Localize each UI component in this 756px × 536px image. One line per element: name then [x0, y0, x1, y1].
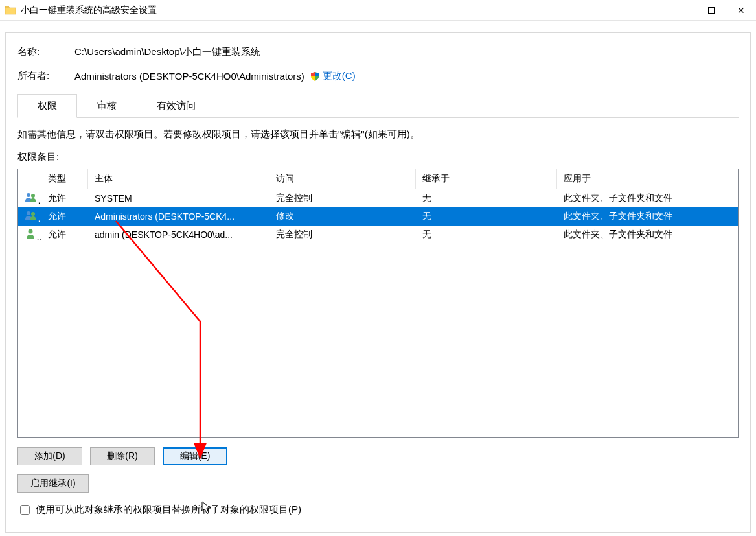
permission-entries-label: 权限条目: — [17, 151, 739, 163]
action-buttons-row: 添加(D) 删除(R) 编辑(E) — [17, 447, 739, 465]
col-header-inherited[interactable]: 继承于 — [416, 169, 557, 189]
permissions-table: 类型 主体 访问 继承于 应用于 允许SYSTEM完全控制无此文件夹、子文件夹和… — [17, 169, 739, 438]
permissions-table-body: 允许SYSTEM完全控制无此文件夹、子文件夹和文件允许Administrator… — [18, 189, 738, 244]
inheritance-row: 启用继承(I) — [17, 474, 739, 493]
row-icon — [18, 192, 41, 205]
add-button[interactable]: 添加(D) — [17, 447, 82, 465]
remove-button[interactable]: 删除(R) — [90, 447, 155, 465]
svg-point-0 — [27, 193, 30, 197]
name-row: 名称: C:\Users\admin\Desktop\小白一键重装系统 — [17, 46, 739, 58]
row-applies: 此文件夹、子文件夹和文件 — [557, 211, 738, 222]
name-value: C:\Users\admin\Desktop\小白一键重装系统 — [74, 46, 260, 58]
row-type: 允许 — [41, 192, 88, 204]
owner-value: Administrators (DESKTOP-5CK4HO0\Administ… — [74, 71, 304, 82]
col-header-applies[interactable]: 应用于 — [557, 169, 738, 189]
svg-point-3 — [31, 212, 35, 216]
tab-auditing[interactable]: 审核 — [77, 94, 137, 117]
tab-strip: 权限 审核 有效访问 — [17, 94, 739, 118]
svg-point-4 — [29, 229, 33, 233]
row-type: 允许 — [41, 229, 88, 240]
row-access: 完全控制 — [269, 192, 416, 204]
row-inherited: 无 — [416, 192, 557, 204]
row-inherited: 无 — [416, 229, 557, 240]
svg-point-2 — [27, 211, 30, 215]
tab-effective-access[interactable]: 有效访问 — [137, 94, 216, 117]
instruction-text: 如需其他信息，请双击权限项目。若要修改权限项目，请选择该项目并单击"编辑"(如果… — [17, 128, 739, 141]
replace-child-permissions-label: 使用可从此对象继承的权限项目替换所有子对象的权限项目(P) — [36, 504, 301, 516]
row-access: 完全控制 — [269, 229, 416, 240]
row-access: 修改 — [269, 211, 416, 222]
titlebar: 小白一键重装系统的高级安全设置 ✕ — [0, 0, 756, 21]
col-header-access[interactable]: 访问 — [269, 169, 416, 189]
permissions-table-header: 类型 主体 访问 继承于 应用于 — [18, 169, 738, 189]
col-header-type[interactable]: 类型 — [41, 169, 88, 189]
tab-permissions[interactable]: 权限 — [17, 94, 77, 118]
content-panel: 名称: C:\Users\admin\Desktop\小白一键重装系统 所有者:… — [5, 32, 751, 533]
row-applies: 此文件夹、子文件夹和文件 — [557, 229, 738, 240]
replace-child-permissions-row: 使用可从此对象继承的权限项目替换所有子对象的权限项目(P) — [17, 503, 739, 517]
cursor-pointer-icon — [201, 501, 213, 517]
folder-icon — [5, 6, 16, 15]
close-button[interactable]: ✕ — [726, 0, 756, 21]
svg-point-1 — [31, 194, 35, 198]
close-icon: ✕ — [737, 6, 745, 15]
window-title: 小白一键重装系统的高级安全设置 — [21, 5, 157, 16]
maximize-button[interactable] — [696, 0, 726, 21]
edit-button[interactable]: 编辑(E) — [163, 447, 227, 465]
row-inherited: 无 — [416, 211, 557, 222]
table-row[interactable]: 允许SYSTEM完全控制无此文件夹、子文件夹和文件 — [18, 189, 738, 207]
minimize-button[interactable] — [667, 0, 696, 21]
owner-row: 所有者: Administrators (DESKTOP-5CK4HO0\Adm… — [17, 70, 739, 82]
col-header-icon[interactable] — [18, 169, 41, 189]
row-principal: Administrators (DESKTOP-5CK4... — [88, 211, 269, 222]
row-icon — [18, 210, 41, 224]
col-header-principal[interactable]: 主体 — [88, 169, 269, 189]
row-principal: admin (DESKTOP-5CK4HO0\ad... — [88, 229, 269, 240]
table-row[interactable]: 允许admin (DESKTOP-5CK4HO0\ad...完全控制无此文件夹、… — [18, 226, 738, 244]
enable-inheritance-button[interactable]: 启用继承(I) — [17, 474, 89, 493]
maximize-icon — [708, 7, 715, 14]
row-icon — [18, 228, 41, 242]
row-principal: SYSTEM — [88, 193, 269, 204]
owner-label: 所有者: — [17, 70, 74, 82]
shield-icon — [310, 71, 320, 82]
table-row[interactable]: 允许Administrators (DESKTOP-5CK4...修改无此文件夹… — [18, 207, 738, 226]
minimize-icon — [678, 10, 685, 10]
change-owner-link[interactable]: 更改(C) — [323, 70, 356, 82]
row-applies: 此文件夹、子文件夹和文件 — [557, 192, 738, 204]
row-type: 允许 — [41, 211, 88, 222]
replace-child-permissions-checkbox[interactable] — [20, 505, 30, 515]
name-label: 名称: — [17, 46, 74, 58]
